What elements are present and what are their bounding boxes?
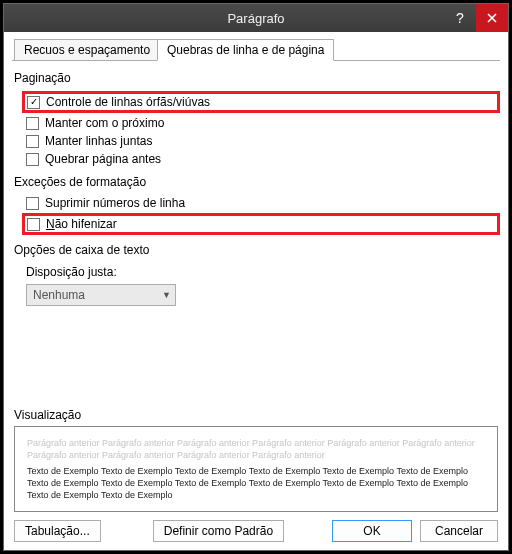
checkbox-keep-lines-together[interactable]: Manter linhas juntas [24, 133, 500, 149]
tab-strip: Recuos e espaçamento Quebras de linha e … [12, 38, 500, 61]
tab-indents-spacing[interactable]: Recuos e espaçamento [14, 39, 160, 61]
titlebar: Parágrafo ? [4, 4, 508, 32]
checkbox-label: Quebrar página antes [45, 152, 161, 166]
close-icon [487, 13, 497, 23]
cancel-button[interactable]: Cancelar [420, 520, 498, 542]
checkbox-label: Controle de linhas órfãs/viúvas [46, 95, 210, 109]
tab-line-page-breaks[interactable]: Quebras de linha e de página [157, 39, 334, 61]
chevron-down-icon: ▼ [162, 290, 171, 300]
checkbox-label: Manter com o próximo [45, 116, 164, 130]
checkbox-icon [26, 135, 39, 148]
dialog-footer: Tabulação... Definir como Padrão OK Canc… [14, 520, 498, 542]
tab-label: Quebras de linha e de página [167, 43, 324, 57]
section-textbox-title: Opções de caixa de texto [14, 243, 500, 257]
section-pagination-title: Paginação [14, 71, 500, 85]
set-as-default-button[interactable]: Definir como Padrão [153, 520, 284, 542]
checkbox-dont-hyphenate[interactable]: Não hifenizar [22, 213, 500, 235]
checkbox-icon [26, 197, 39, 210]
close-button[interactable] [476, 4, 508, 32]
checkbox-suppress-line-numbers[interactable]: Suprimir números de linha [24, 195, 500, 211]
select-value: Nenhuma [33, 288, 85, 302]
checkbox-icon [26, 117, 39, 130]
checkbox-label: Manter linhas juntas [45, 134, 152, 148]
pagination-group: Controle de linhas órfãs/viúvas Manter c… [24, 89, 500, 169]
help-button[interactable]: ? [444, 4, 476, 32]
checkbox-keep-with-next[interactable]: Manter com o próximo [24, 115, 500, 131]
section-exceptions-title: Exceções de formatação [14, 175, 500, 189]
checkbox-label: Suprimir números de linha [45, 196, 185, 210]
checkbox-icon [26, 153, 39, 166]
preview-sample-text: Texto de Exemplo Texto de Exemplo Texto … [27, 465, 485, 501]
window-title: Parágrafo [4, 11, 508, 26]
preview-box: Parágrafo anterior Parágrafo anterior Pa… [14, 426, 498, 512]
checkbox-icon [27, 218, 40, 231]
checkbox-widow-orphan[interactable]: Controle de linhas órfãs/viúvas [22, 91, 500, 113]
tab-label: Recuos e espaçamento [24, 43, 150, 57]
paragraph-dialog: Parágrafo ? Recuos e espaçamento Quebras… [3, 3, 509, 551]
tabs-button[interactable]: Tabulação... [14, 520, 101, 542]
section-preview-title: Visualização [14, 408, 498, 422]
dialog-body: Recuos e espaçamento Quebras de linha e … [4, 32, 508, 550]
ok-button[interactable]: OK [332, 520, 412, 542]
preview-section: Visualização Parágrafo anterior Parágraf… [14, 402, 498, 512]
tight-wrap-select[interactable]: Nenhuma ▼ [26, 284, 176, 306]
tight-wrap-label: Disposição justa: [26, 265, 500, 279]
checkbox-page-break-before[interactable]: Quebrar página antes [24, 151, 500, 167]
exceptions-group: Suprimir números de linha Não hifenizar [24, 193, 500, 237]
window-buttons: ? [444, 4, 508, 32]
checkbox-label: Não hifenizar [46, 217, 117, 231]
checkbox-icon [27, 96, 40, 109]
preview-previous-paragraph: Parágrafo anterior Parágrafo anterior Pa… [27, 437, 485, 461]
